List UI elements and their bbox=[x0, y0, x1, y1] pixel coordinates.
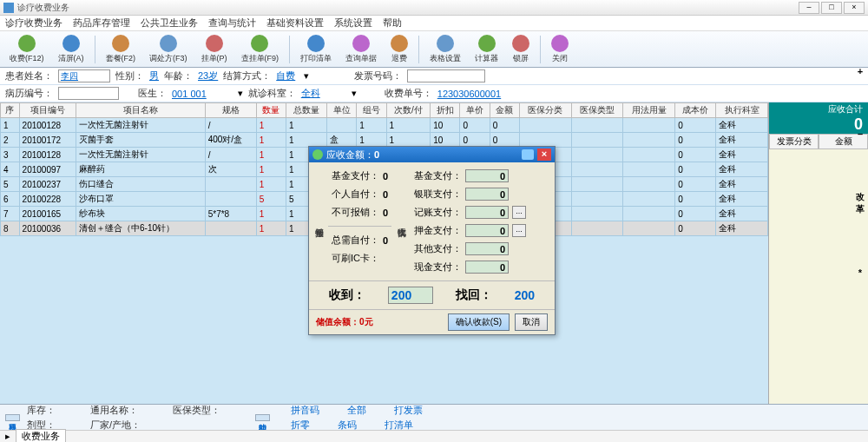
patient-form-row2: 病历编号： 医生： 001 001 ▾ 就诊科室： 全科 ▾ 收费单号： 123… bbox=[0, 85, 868, 102]
toolbar-button[interactable]: 打印清单 bbox=[294, 32, 338, 67]
grid-header[interactable]: 序 bbox=[1, 103, 20, 118]
status-tab[interactable]: 收费业务 bbox=[16, 429, 66, 442]
patient-name-label: 患者姓名： bbox=[5, 69, 53, 82]
side-buttons: + – 改革 * bbox=[852, 66, 868, 278]
invoice-input[interactable] bbox=[407, 69, 485, 82]
fund2-input[interactable] bbox=[465, 169, 509, 182]
star-button[interactable]: * bbox=[858, 267, 862, 278]
dialog-close-button[interactable]: × bbox=[537, 148, 551, 161]
toolbar-button[interactable]: 锁屏 bbox=[506, 32, 536, 67]
toolbar-button[interactable]: 表格设置 bbox=[424, 32, 467, 67]
sound-icon[interactable] bbox=[522, 149, 534, 160]
table-row[interactable]: 120100128一次性无菌注射针/111110000全科 bbox=[1, 118, 768, 133]
menu-item[interactable]: 公共卫生业务 bbox=[141, 16, 198, 30]
pinyin-link[interactable]: 拼音码 bbox=[291, 405, 319, 415]
status-arrow[interactable]: ▸ bbox=[5, 431, 10, 442]
menu-item[interactable]: 查询与统计 bbox=[208, 16, 256, 30]
deposit-more-button[interactable]: ... bbox=[512, 224, 526, 237]
patient-name-input[interactable] bbox=[58, 69, 110, 82]
menu-item[interactable]: 系统设置 bbox=[334, 16, 372, 30]
cancel-payment-button[interactable]: 取消 bbox=[515, 313, 548, 331]
close-button[interactable]: × bbox=[844, 2, 865, 14]
grid-header[interactable]: 单价 bbox=[460, 103, 490, 118]
barcode-link[interactable]: 条码 bbox=[338, 419, 357, 430]
age-label: 年龄： bbox=[164, 69, 193, 82]
age-value[interactable]: 23岁 bbox=[198, 69, 218, 82]
toolbar-button[interactable]: 调处方(F3) bbox=[143, 32, 194, 67]
grid-header[interactable]: 用法用量 bbox=[623, 103, 675, 118]
toolbar-icon bbox=[251, 35, 268, 52]
grid-header[interactable]: 总数量 bbox=[286, 103, 327, 118]
toolbar-label: 查询单据 bbox=[345, 53, 377, 64]
paymethod-value[interactable]: 自费 bbox=[276, 69, 295, 82]
invoice-label: 发票号码： bbox=[354, 69, 402, 82]
item-info-tab[interactable]: 项目资料 bbox=[5, 414, 20, 421]
toolbar-button[interactable]: 查挂单(F9) bbox=[235, 32, 286, 67]
dept-value[interactable]: 全科 bbox=[301, 87, 320, 100]
other-input[interactable] bbox=[465, 242, 509, 255]
toolbar-label: 计算器 bbox=[475, 53, 498, 64]
toolbar-button[interactable]: 计算器 bbox=[469, 32, 504, 67]
toolbar-icon bbox=[437, 35, 454, 52]
aux-function-tab[interactable]: 辅助功能 bbox=[255, 414, 270, 421]
toolbar-button[interactable]: 挂单(P) bbox=[195, 32, 233, 67]
minus-button[interactable]: – bbox=[858, 129, 863, 139]
toolbar-button[interactable]: 清屏(A) bbox=[52, 32, 90, 67]
received-input[interactable] bbox=[388, 287, 433, 304]
toolbar-button[interactable]: 查询单据 bbox=[339, 32, 383, 67]
table-row[interactable]: 220100172灭菌手套400对/盒11盒1110000全科 bbox=[1, 133, 768, 148]
menu-item[interactable]: 药品库存管理 bbox=[73, 16, 130, 30]
grid-header[interactable]: 项目编号 bbox=[19, 103, 76, 118]
toolbar-label: 锁屏 bbox=[513, 53, 529, 64]
toolbar-button[interactable]: 收费(F12) bbox=[3, 32, 50, 67]
grid-header[interactable]: 单位 bbox=[327, 103, 357, 118]
refresh-button[interactable]: 改革 bbox=[856, 191, 865, 215]
minimize-button[interactable]: – bbox=[799, 2, 819, 14]
grid-header[interactable]: 次数/付 bbox=[386, 103, 431, 118]
grid-header[interactable]: 医保分类 bbox=[520, 103, 572, 118]
plus-button[interactable]: + bbox=[858, 66, 863, 76]
grid-header[interactable]: 医保类型 bbox=[571, 103, 623, 118]
total-self-value: 0 bbox=[383, 235, 388, 246]
grid-header[interactable]: 组号 bbox=[357, 103, 386, 118]
toolbar-icon bbox=[307, 35, 325, 52]
toolbar-icon bbox=[512, 35, 529, 52]
fee-value[interactable]: 123030600001 bbox=[437, 89, 501, 99]
cash-input[interactable] bbox=[465, 261, 509, 274]
window-title: 诊疗收费业务 bbox=[17, 2, 797, 14]
fund-pay-value: 0 bbox=[383, 171, 388, 181]
grid-header[interactable]: 成本价 bbox=[675, 103, 716, 118]
menu-item[interactable]: 基础资料设置 bbox=[266, 16, 324, 30]
maximize-button[interactable]: □ bbox=[821, 2, 842, 14]
doctor-value[interactable]: 001 001 bbox=[172, 89, 207, 99]
self-pay-label: 个人自付： bbox=[332, 188, 379, 201]
sex-value[interactable]: 男 bbox=[149, 69, 159, 82]
book-label: 记账支付： bbox=[414, 206, 462, 219]
toolbar-label: 调处方(F3) bbox=[149, 53, 187, 64]
toolbar-label: 挂单(P) bbox=[201, 53, 227, 64]
grid-header[interactable]: 数量 bbox=[256, 103, 286, 118]
dialog-titlebar[interactable]: 应收金额： 0 × bbox=[309, 147, 555, 162]
toolbar-button[interactable]: 退费 bbox=[385, 32, 414, 67]
menu-item[interactable]: 诊疗收费业务 bbox=[5, 16, 62, 30]
menu-item[interactable]: 帮助 bbox=[383, 16, 402, 30]
dialog-icon bbox=[312, 149, 323, 160]
grid-header[interactable]: 折扣 bbox=[431, 103, 460, 118]
record-input[interactable] bbox=[58, 87, 119, 100]
grid-header[interactable]: 金额 bbox=[490, 103, 519, 118]
book-input[interactable] bbox=[465, 206, 509, 219]
grid-header[interactable]: 规格 bbox=[205, 103, 256, 118]
split-link[interactable]: 折零 bbox=[291, 419, 310, 430]
deposit-input[interactable] bbox=[465, 224, 509, 237]
grid-header[interactable]: 执行科室 bbox=[716, 103, 768, 118]
grid-header[interactable]: 项目名称 bbox=[76, 103, 206, 118]
print-invoice-link[interactable]: 打发票 bbox=[394, 405, 423, 415]
toolbar-button[interactable]: 关闭 bbox=[545, 32, 575, 67]
print-list-link[interactable]: 打清单 bbox=[385, 419, 413, 430]
deposit-label: 押金支付： bbox=[414, 224, 462, 237]
confirm-payment-button[interactable]: 确认收款(S) bbox=[448, 313, 510, 331]
all-link[interactable]: 全部 bbox=[347, 405, 366, 415]
toolbar-button[interactable]: 套餐(F2) bbox=[100, 32, 142, 67]
union-input[interactable] bbox=[465, 188, 509, 201]
book-more-button[interactable]: ... bbox=[512, 206, 526, 219]
